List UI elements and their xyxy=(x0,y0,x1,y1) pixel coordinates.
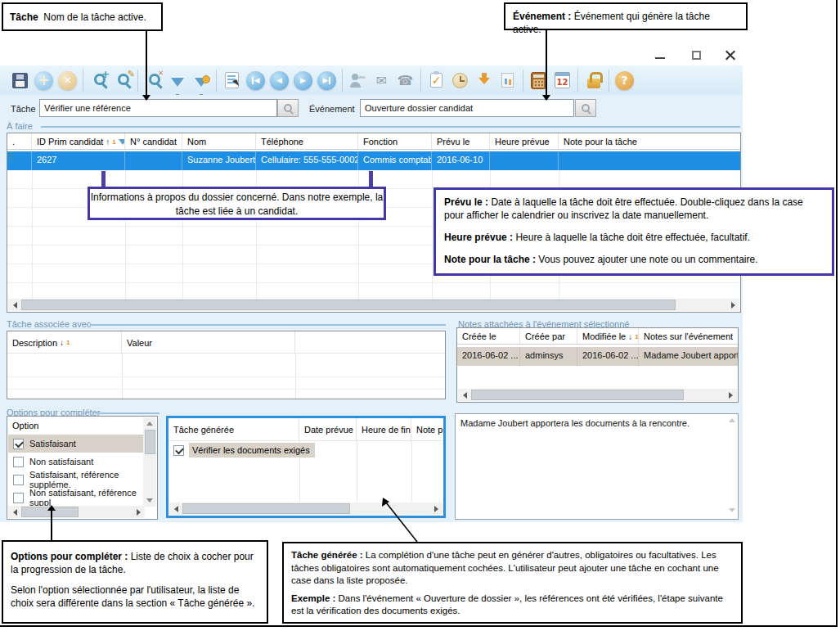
phone-button[interactable]: ☎ xyxy=(394,69,416,92)
column-header-id-prim[interactable]: ID Prim candidat ↑1 xyxy=(32,133,125,149)
column-header-date-prevue[interactable]: Date prévue xyxy=(299,418,357,440)
notes-selected-row[interactable]: 2016-06-02 ... adminsys 2016-06-02 ... M… xyxy=(457,347,738,366)
scroll-left-icon[interactable] xyxy=(169,503,182,515)
notes-hscrollbar[interactable] xyxy=(458,389,737,401)
group-line xyxy=(90,324,446,326)
checkbox-icon[interactable] xyxy=(13,457,24,467)
arrow-icon xyxy=(47,505,56,511)
lock-icon xyxy=(587,79,600,88)
column-header-telephone[interactable]: Téléphone xyxy=(256,133,358,149)
column-header-prevu-le[interactable]: Prévu le xyxy=(432,133,490,149)
scroll-down-icon[interactable] xyxy=(143,494,156,507)
minimize-button[interactable] xyxy=(646,46,674,64)
nav-prev-button[interactable]: ◀ xyxy=(268,69,290,92)
toolbar: +✕◀◀▶▶✉☎✓12? xyxy=(0,65,743,95)
report-button[interactable] xyxy=(496,69,519,92)
cell-creee-le: 2016-06-02 ... xyxy=(457,347,520,366)
cell-no-candidat xyxy=(125,151,182,170)
option-item[interactable]: Satisfaisant, référence suppléme. xyxy=(8,471,146,489)
maximize-button[interactable] xyxy=(682,46,710,64)
scroll-thumb[interactable] xyxy=(471,390,684,400)
checkbox-icon[interactable] xyxy=(173,445,184,456)
column-header-modifiee-le[interactable]: Modifiée le ↓1 xyxy=(577,328,639,344)
options-vscrollbar[interactable] xyxy=(143,417,156,507)
option-label: Satisfaisant xyxy=(29,439,76,448)
image-border xyxy=(836,0,838,627)
filter-config-button[interactable] xyxy=(190,69,212,92)
column-header-note-pour[interactable]: Note pour xyxy=(411,418,443,440)
column-header-note[interactable]: Note pour la tâche xyxy=(559,133,740,149)
option-item[interactable]: Non satisfaisant xyxy=(8,453,146,471)
clock-button[interactable] xyxy=(449,69,471,92)
column-header-heure-prevue[interactable]: Heure prévue xyxy=(490,133,559,149)
close-button[interactable] xyxy=(716,46,744,64)
callout-informations: Informations à propos du dossier concern… xyxy=(88,187,386,220)
delete-button[interactable]: ✕ xyxy=(56,69,79,92)
scroll-right-icon[interactable] xyxy=(726,299,739,311)
scroll-left-icon[interactable] xyxy=(458,389,471,401)
column-header-nom[interactable]: Nom xyxy=(182,133,256,149)
option-label: Satisfaisant, référence suppléme. xyxy=(29,470,146,489)
a-faire-group-label: À faire xyxy=(7,121,33,131)
filter-button[interactable] xyxy=(166,69,188,92)
evenement-input[interactable] xyxy=(360,99,574,117)
evenement-lookup-button[interactable] xyxy=(575,99,596,117)
message-button[interactable]: ✉ xyxy=(371,69,393,92)
column-header-dot[interactable]: . xyxy=(7,133,32,149)
nav-first-button[interactable]: ◀ xyxy=(245,69,267,92)
help-button[interactable]: ? xyxy=(613,69,636,92)
checkbox-icon[interactable] xyxy=(13,439,24,449)
tache-input[interactable] xyxy=(39,99,277,117)
scroll-up-icon[interactable] xyxy=(729,418,735,422)
generee-row[interactable]: Vérifier les documents exigés xyxy=(168,441,443,459)
filter-icon[interactable] xyxy=(119,139,125,145)
scroll-thumb[interactable] xyxy=(145,430,155,454)
column-header-fonction[interactable]: Fonction xyxy=(358,133,432,149)
calendar-button[interactable]: 12 xyxy=(551,69,573,92)
search-clear-icon xyxy=(149,74,160,85)
contacts-button[interactable] xyxy=(347,69,369,92)
nav-next-button[interactable]: ▶ xyxy=(292,69,314,92)
toolbar-separator xyxy=(137,70,138,92)
tache-lookup-button[interactable] xyxy=(277,99,299,117)
checkbox-icon[interactable] xyxy=(13,475,24,485)
import-button[interactable] xyxy=(473,69,495,92)
checkbox-icon[interactable] xyxy=(13,493,24,503)
a-faire-selected-row[interactable]: 2627 Suzanne Joubert Cellulaire: 555-555… xyxy=(7,151,740,170)
lock-button[interactable] xyxy=(582,69,604,92)
scroll-right-icon[interactable] xyxy=(724,389,737,401)
annotation-line xyxy=(146,31,147,97)
add-button[interactable]: + xyxy=(33,69,55,92)
scroll-right-icon[interactable] xyxy=(132,506,145,518)
column-header-tache-generee[interactable]: Tâche générée xyxy=(168,418,299,440)
option-item[interactable]: Satisfaisant xyxy=(8,435,146,453)
column-header-no-candidat[interactable]: N° candidat xyxy=(125,133,182,149)
column-header-valeur[interactable]: Valeur xyxy=(122,331,295,353)
column-header-creee-par[interactable]: Créée par xyxy=(520,328,577,344)
note-editor[interactable]: Madame Joubert apportera les documents à… xyxy=(455,413,739,520)
save-button[interactable] xyxy=(9,69,31,92)
nav-last-button[interactable]: ▶ xyxy=(316,69,338,92)
scroll-up-icon[interactable] xyxy=(143,417,156,430)
task-check-button[interactable]: ✓ xyxy=(425,69,447,92)
a-faire-hscrollbar[interactable] xyxy=(8,299,739,311)
column-header-creee-le[interactable]: Créée le xyxy=(457,328,520,344)
column-header-description[interactable]: Description ↓1 xyxy=(7,331,122,353)
image-border xyxy=(0,625,838,627)
edit-form-button[interactable] xyxy=(221,69,243,92)
a-faire-header-row: . ID Prim candidat ↑1 N° candidat Nom Té… xyxy=(7,133,740,150)
options-hscrollbar[interactable] xyxy=(8,506,145,518)
scroll-right-icon[interactable] xyxy=(429,503,442,515)
scroll-left-icon[interactable] xyxy=(8,506,21,518)
scroll-thumb[interactable] xyxy=(182,503,350,514)
search-add-button[interactable] xyxy=(88,69,110,92)
option-item[interactable]: Non satisfaisant, référence suppl xyxy=(8,489,146,507)
scroll-down-icon[interactable] xyxy=(729,508,735,512)
toolbar-separator xyxy=(609,70,609,92)
scroll-thumb[interactable] xyxy=(21,300,676,310)
search-edit-button[interactable] xyxy=(111,69,133,92)
scroll-left-icon[interactable] xyxy=(8,299,21,311)
options-column-header[interactable]: Option xyxy=(12,421,38,430)
column-header-notes[interactable]: Notes sur l'événement xyxy=(639,328,738,344)
column-header-heure-fin[interactable]: Heure de fin xyxy=(357,418,411,440)
